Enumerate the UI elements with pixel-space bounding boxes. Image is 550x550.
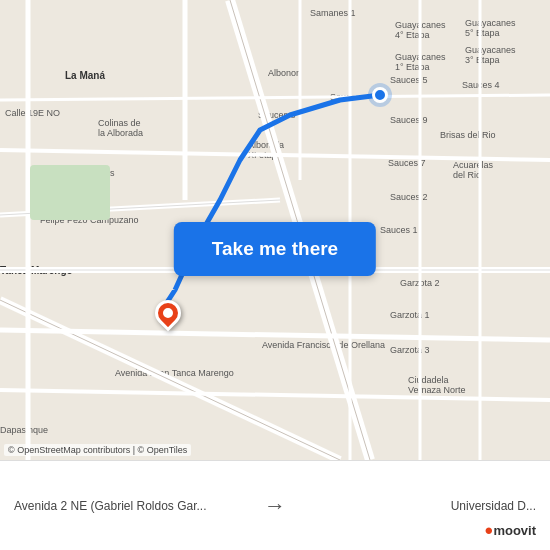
bottom-bar: Avenida 2 NE (Gabriel Roldos Gar... → Un… [0, 460, 550, 550]
take-me-there-button[interactable]: Take me there [174, 222, 376, 276]
origin-label: Avenida 2 NE (Gabriel Roldos Gar... [14, 499, 254, 513]
marker-pin [150, 295, 187, 332]
osm-attribution: © OpenStreetMap contributors | © OpenTil… [4, 444, 191, 456]
destination-label: Universidad D... [296, 499, 536, 513]
arrow-icon: → [264, 493, 286, 519]
marker-inner [161, 306, 175, 320]
current-location-marker [372, 87, 388, 103]
map-container: Samanes 1La ManáGuayacanes4° EtapaGuayac… [0, 0, 550, 460]
moovit-text: moovit [493, 523, 536, 538]
destination-marker [155, 300, 181, 334]
moovit-logo: ●moovit [484, 521, 536, 538]
